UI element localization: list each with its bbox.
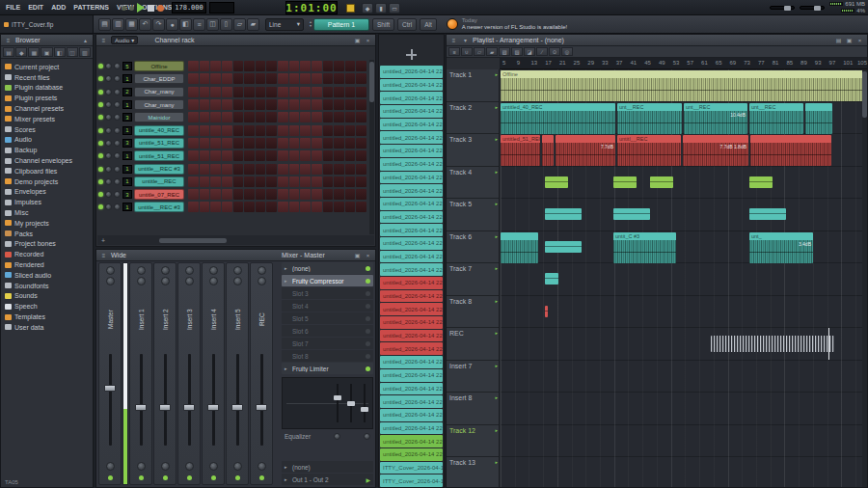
select-tool-icon[interactable]: ⊙ — [549, 47, 560, 56]
step-cell[interactable] — [222, 125, 232, 136]
step-cell[interactable] — [188, 112, 199, 122]
step-cell[interactable] — [312, 164, 322, 175]
fader-handle[interactable] — [256, 404, 267, 411]
step-cell[interactable] — [289, 164, 300, 175]
channel-pan-knob[interactable] — [105, 89, 112, 95]
step-cell[interactable] — [334, 61, 344, 71]
step-cell[interactable] — [200, 202, 210, 212]
strip-fader[interactable] — [140, 354, 143, 446]
step-cell[interactable] — [256, 202, 266, 212]
menu-icon[interactable]: ≡ — [99, 251, 108, 259]
grid-icon[interactable]: ▤ — [834, 36, 843, 44]
close-icon[interactable]: × — [855, 36, 864, 44]
step-cell[interactable] — [278, 112, 288, 122]
strip-pan-knob[interactable] — [161, 266, 170, 275]
strip-pan-knob[interactable] — [209, 266, 218, 275]
clip-list-item[interactable]: untitled_2026-04-14 22- — [380, 435, 443, 447]
browser-item-demo-projects[interactable]: Demo projects — [1, 176, 93, 187]
channel-pan-knob[interactable] — [105, 63, 112, 69]
step-cell[interactable] — [278, 61, 288, 71]
channel-button[interactable]: Offline — [134, 61, 184, 71]
strip-enable-led[interactable] — [187, 475, 192, 480]
step-cell[interactable] — [266, 112, 277, 122]
track-trigger-icon[interactable]: ▸ — [495, 71, 498, 77]
step-cell[interactable] — [222, 176, 232, 187]
browser-item-recent-files[interactable]: Recent files — [1, 72, 93, 83]
playlist-track-track-3[interactable]: Track 3▸ — [447, 134, 499, 167]
clip-list-item[interactable]: untitled_2026-04-14 22- — [380, 369, 443, 382]
browser-item-mixer-presets[interactable]: Mixer presets — [1, 114, 93, 124]
channel-mute-led[interactable] — [98, 102, 103, 107]
step-cell[interactable] — [334, 189, 344, 200]
clip-list-item[interactable]: untitled_2026-04-14 22- — [380, 198, 443, 210]
mixer-slot-4[interactable]: Slot 4 — [282, 300, 373, 312]
tempo-display[interactable]: 178.000 — [172, 2, 206, 14]
fader-handle[interactable] — [104, 385, 116, 392]
channel-volume-knob[interactable] — [114, 152, 121, 159]
playlist-clip[interactable] — [545, 306, 548, 317]
slot-enable-led[interactable] — [366, 366, 370, 371]
step-cell[interactable] — [356, 176, 366, 187]
step-cell[interactable] — [356, 150, 366, 161]
step-cell[interactable] — [345, 87, 356, 97]
step-cell[interactable] — [323, 189, 334, 200]
playlist-track-track-5[interactable]: Track 5▸ — [447, 199, 499, 231]
channel-button[interactable]: Char_many — [134, 87, 184, 97]
browser-item-misc[interactable]: Misc — [1, 207, 93, 218]
strip-enable-led[interactable] — [235, 475, 240, 480]
step-cell[interactable] — [210, 138, 221, 149]
clip-list-item[interactable]: untitled_2026-04-14 22- — [380, 119, 443, 131]
browser-tab-samples-icon[interactable]: ▦ — [28, 47, 40, 57]
strip-stereo-knob[interactable] — [137, 277, 146, 285]
channel-mixer-target[interactable]: 3 — [122, 113, 132, 122]
step-cell[interactable] — [222, 61, 232, 71]
step-cell[interactable] — [345, 164, 356, 175]
draw-tool-icon[interactable]: ▱ — [474, 47, 485, 56]
export-icon[interactable]: ▦ — [125, 18, 138, 31]
step-cell[interactable] — [312, 99, 322, 110]
step-cell[interactable] — [345, 73, 356, 84]
one-click-record-icon[interactable]: ● — [166, 18, 178, 31]
clip-list-item[interactable]: ITTY_Cover_2026-04-14- — [380, 474, 443, 487]
step-cell[interactable] — [323, 112, 334, 122]
step-cell[interactable] — [334, 202, 344, 212]
channel-mixer-target[interactable]: 1 — [122, 126, 132, 135]
step-cell[interactable] — [256, 164, 266, 175]
strip-eq-knob[interactable] — [258, 462, 266, 471]
playlist-clip[interactable]: untitl__REC — [617, 135, 681, 166]
mixer-slot-8[interactable]: Slot 8 — [282, 350, 373, 362]
clip-list-item[interactable]: untitled_2026-04-14 22- — [380, 303, 443, 315]
browser-item-my-projects[interactable]: My projects — [1, 218, 93, 229]
step-cell[interactable] — [188, 189, 199, 200]
mixer-slot-5[interactable]: Slot 5 — [282, 312, 373, 324]
playlist-clip[interactable]: 7.7dB 1.8dB — [683, 135, 748, 166]
browser-item-soundfonts[interactable]: Soundfonts — [1, 281, 93, 291]
playlist-track-track-13[interactable]: Track 13▸ — [447, 457, 499, 487]
menu-icon[interactable]: ≡ — [4, 36, 13, 44]
eq-band-slider[interactable] — [364, 384, 366, 422]
mixer-strip-insert-2[interactable]: Insert 2 — [153, 262, 176, 485]
close-icon[interactable]: × — [364, 36, 372, 44]
mixer-strip-insert-3[interactable]: Insert 3 — [177, 262, 201, 485]
hint-line2[interactable]: A newer version of FL Studio is availabl… — [462, 24, 568, 31]
step-cell[interactable] — [345, 189, 356, 200]
step-cell[interactable] — [233, 202, 244, 212]
step-cell[interactable] — [233, 125, 244, 136]
eq-band-handle[interactable] — [347, 401, 355, 406]
step-cell[interactable] — [188, 138, 199, 149]
browser-tab-presets-icon[interactable]: ▣ — [41, 47, 52, 57]
step-cell[interactable] — [300, 73, 311, 84]
channel-mute-led[interactable] — [98, 192, 103, 197]
clip-list-item[interactable]: untitled_2026-04-14 22- — [380, 92, 443, 104]
step-cell[interactable] — [356, 73, 366, 84]
eq-knob-1[interactable] — [334, 433, 340, 440]
track-trigger-icon[interactable]: ▸ — [495, 363, 498, 368]
track-trigger-icon[interactable]: ▸ — [495, 330, 498, 336]
strip-eq-knob[interactable] — [185, 462, 194, 471]
clip-list-item[interactable]: untitled_2026-04-14 22- — [380, 409, 443, 421]
step-cell[interactable] — [356, 125, 366, 136]
browser-item-scores[interactable]: Scores — [1, 124, 93, 135]
strip-enable-led[interactable] — [163, 475, 168, 480]
step-cell[interactable] — [256, 112, 266, 122]
mixer-strip-insert-1[interactable]: Insert 1 — [129, 262, 152, 485]
